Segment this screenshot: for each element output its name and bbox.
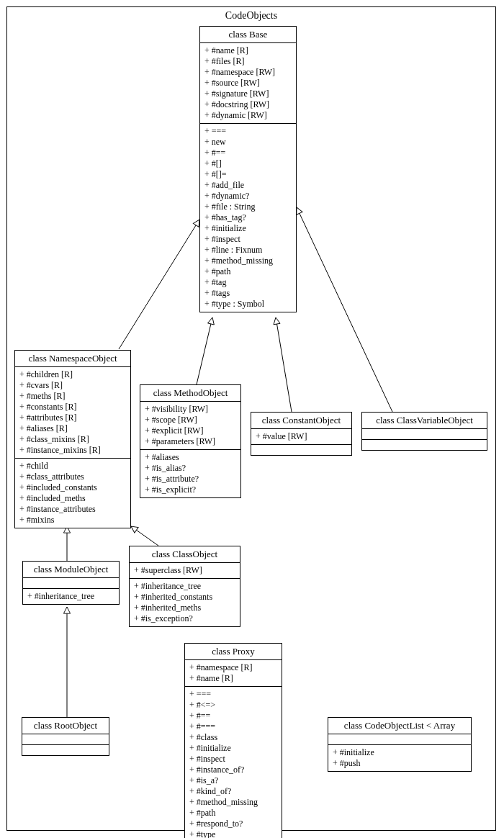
member-row: + #included_constants (19, 482, 126, 493)
class-title: class Proxy (185, 644, 282, 660)
member-row: + #class (189, 732, 277, 743)
class-attrs: + #superclass [RW] (130, 563, 240, 579)
member-row: + === (189, 689, 277, 700)
member-row: + #== (204, 148, 292, 158)
member-row: + #constants [R] (19, 402, 126, 413)
member-row: + === (204, 126, 292, 137)
member-row: + #is_exception? (134, 613, 235, 624)
member-row: + #namespace [R] (189, 662, 277, 673)
member-row: + #source [RW] (204, 78, 292, 89)
member-row: + #instance_of? (189, 765, 277, 775)
class-box-rootobject: class RootObject (22, 717, 109, 756)
member-row: + #visibility [RW] (145, 404, 236, 415)
class-box-classobject: class ClassObject + #superclass [RW] + #… (129, 546, 240, 627)
member-row: + #aliases [R] (19, 423, 126, 434)
member-row: + #dynamic [RW] (204, 110, 292, 121)
class-box-methodobject: class MethodObject + #visibility [RW]+ #… (140, 384, 241, 498)
class-box-proxy: class Proxy + #namespace [R]+ #name [R] … (184, 643, 282, 838)
member-row: + #children [R] (19, 369, 126, 380)
class-attrs: + #value [RW] (251, 429, 351, 445)
member-row: + #method_missing (204, 256, 292, 266)
member-row: + #namespace [RW] (204, 67, 292, 78)
class-title: class ModuleObject (23, 562, 119, 578)
member-row: + #aliases (145, 452, 236, 463)
class-attrs (362, 429, 487, 440)
member-row: + #is_alias? (145, 463, 236, 474)
member-row: + #inheritance_tree (27, 591, 114, 602)
class-title: class NamespaceObject (15, 351, 130, 367)
member-row: + #type (189, 829, 277, 838)
class-ops (362, 440, 487, 450)
class-title: class ConstantObject (251, 413, 351, 429)
class-attrs (328, 734, 471, 745)
class-attrs (22, 734, 109, 745)
svg-line-5 (131, 526, 158, 546)
member-row: + #class_attributes (19, 472, 126, 482)
svg-line-2 (276, 317, 292, 412)
member-row: + #push (333, 758, 467, 769)
member-row: + #type : Symbol (204, 299, 292, 310)
package-frame: CodeObjects class Base + #name [R]+ #fil… (6, 6, 496, 831)
member-row: + #signature [RW] (204, 89, 292, 99)
member-row: + #tags (204, 288, 292, 299)
member-row: + #instance_attributes (19, 504, 126, 515)
class-title: class CodeObjectList < Array (328, 718, 471, 734)
member-row: + #== (189, 711, 277, 721)
class-ops: + ===+ #<=>+ #==+ #===+ #class+ #initial… (185, 687, 282, 838)
member-row: + #files [R] (204, 56, 292, 67)
class-box-constantobject: class ConstantObject + #value [RW] (251, 412, 352, 456)
member-row: + #initialize (333, 747, 467, 758)
member-row: + #superclass [RW] (134, 565, 235, 576)
package-title: CodeObjects (7, 10, 495, 22)
member-row: + #kind_of? (189, 786, 277, 797)
member-row: + #add_file (204, 180, 292, 191)
member-row: + #attributes [R] (19, 413, 126, 423)
member-row: + #file : String (204, 202, 292, 212)
class-attrs: + #namespace [R]+ #name [R] (185, 660, 282, 687)
member-row: + #instance_mixins [R] (19, 445, 126, 456)
class-attrs: + #visibility [RW]+ #scope [RW]+ #explic… (140, 402, 240, 450)
class-box-codeobjectlist: class CodeObjectList < Array + #initiali… (328, 717, 472, 772)
class-ops: + #inheritance_tree+ #inherited_constant… (130, 579, 240, 626)
member-row: + #inspect (189, 754, 277, 765)
class-attrs: + #children [R]+ #cvars [R]+ #meths [R]+… (15, 367, 130, 459)
member-row: + #explicit [RW] (145, 425, 236, 436)
class-title: class MethodObject (140, 385, 240, 402)
member-row: + #path (189, 808, 277, 819)
member-row: + #docstring [RW] (204, 99, 292, 110)
class-ops: + #inheritance_tree (23, 589, 119, 604)
member-row: + #[]= (204, 169, 292, 180)
member-row: + #meths [R] (19, 391, 126, 402)
member-row: + #is_a? (189, 775, 277, 786)
svg-line-1 (197, 317, 212, 384)
member-row: + #=== (189, 721, 277, 732)
class-ops: + ===+ new+ #==+ #[]+ #[]=+ #add_file+ #… (200, 124, 296, 312)
class-title: class RootObject (22, 718, 109, 734)
member-row: + #respond_to? (189, 819, 277, 829)
svg-line-3 (297, 207, 392, 412)
class-box-moduleobject: class ModuleObject + #inheritance_tree (22, 561, 120, 605)
member-row: + #name [R] (204, 45, 292, 56)
member-row: + #line : Fixnum (204, 245, 292, 256)
member-row: + #value [RW] (256, 431, 347, 442)
class-ops (22, 745, 109, 755)
member-row: + #included_meths (19, 493, 126, 504)
member-row: + #name [R] (189, 673, 277, 684)
class-ops (251, 445, 351, 455)
member-row: + #child (19, 461, 126, 472)
member-row: + #parameters [RW] (145, 436, 236, 447)
member-row: + #inspect (204, 234, 292, 245)
member-row: + #initialize (189, 743, 277, 754)
member-row: + #is_attribute? (145, 474, 236, 485)
member-row: + #scope [RW] (145, 415, 236, 425)
member-row: + #tag (204, 277, 292, 288)
class-title: class ClassObject (130, 546, 240, 563)
class-ops: + #child+ #class_attributes+ #included_c… (15, 459, 130, 528)
class-attrs (23, 578, 119, 589)
class-title: class Base (200, 27, 296, 43)
class-box-classvariableobject: class ClassVariableObject (361, 412, 487, 451)
member-row: + #mixins (19, 515, 126, 526)
member-row: + #initialize (204, 223, 292, 234)
member-row: + #dynamic? (204, 191, 292, 202)
class-title: class ClassVariableObject (362, 413, 487, 429)
